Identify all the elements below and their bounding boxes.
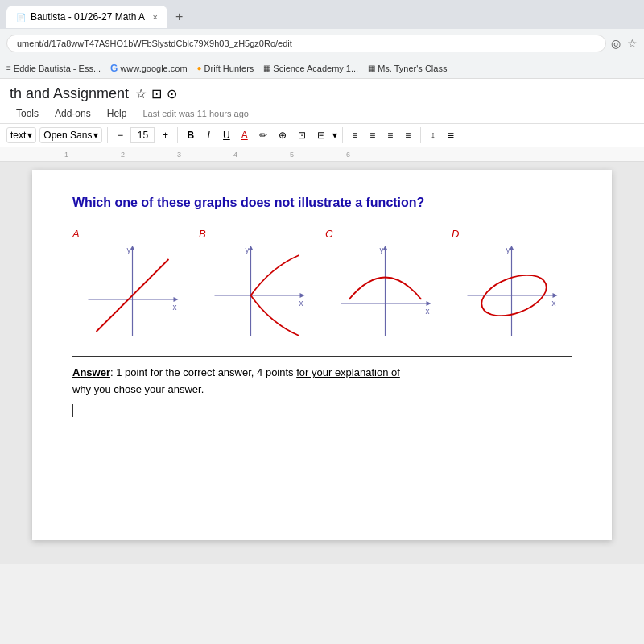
last-edit-text: Last edit was 11 hours ago [142,109,248,118]
star-title-icon[interactable]: ☆ [135,86,147,101]
answer-section: Answer: 1 point for the correct answer, … [72,356,572,418]
eye-icon[interactable]: ◎ [611,37,621,50]
bookmark-icon-3: ▦ [263,64,270,72]
font-color-button[interactable]: A [237,128,252,142]
style-label: text [10,130,26,141]
ruler-marks: · · · · 1 · · · · · 2 · · · · · 3 · · · … [32,151,370,159]
answer-paragraph-2: why you chose your answer. [72,382,572,398]
line-spacing-button[interactable]: ↕ [426,128,440,142]
graph-c: C y x [325,228,445,340]
svg-marker-22 [553,293,558,298]
svg-text:x: x [173,303,177,312]
answer-underline-text-2: why you chose your answer. [72,383,204,395]
svg-marker-10 [300,293,305,298]
bookmark-icon-2: ● [197,64,202,72]
separator-1 [107,127,108,143]
bookmark-drift[interactable]: ● Drift Hunters [197,64,254,73]
align-justify-button[interactable]: ≡ [401,128,415,142]
tab-bar: 📄 Bautista - 01/26-27 Math A × + [0,0,644,29]
svg-text:x: x [299,299,303,308]
font-label: Open Sans [43,130,92,141]
svg-text:y: y [246,246,250,254]
bookmark-google[interactable]: G www.google.com [110,63,188,74]
ruler-mark-4: 4 · · · · · [233,151,258,159]
highlight-icon[interactable]: ✏ [255,128,271,142]
separator-3 [342,127,343,143]
bookmark-icon-1: G [110,63,118,74]
cloud-icon[interactable]: ⊙ [167,86,177,101]
bookmark-label-4: Ms. Tyner's Class [378,64,447,73]
menu-addons[interactable]: Add-ons [48,105,97,122]
bold-button[interactable]: B [183,128,198,142]
bookmark-tyner[interactable]: ▦ Ms. Tyner's Class [368,64,447,73]
new-tab-button[interactable]: + [167,6,191,27]
font-dropdown[interactable]: Open Sans ▾ [39,127,102,143]
bookmark-label-0: Eddie Bautista - Ess... [14,64,101,73]
star-icon[interactable]: ☆ [627,37,638,50]
bookmark-science[interactable]: ▦ Science Academy 1... [263,64,358,73]
address-bar[interactable]: ument/d/17a8wwT47A9HO1bWFbSlystdCblc79X9… [6,35,606,52]
answer-underline-text: for your explanation of [296,366,400,378]
tab-title: Bautista - 01/26-27 Math A [31,11,145,23]
style-chevron: ▾ [27,130,32,141]
bookmark-label-2: Drift Hunters [204,64,254,73]
font-size-plus[interactable]: + [158,128,172,142]
font-size-minus[interactable]: − [113,128,127,142]
graph-a: A y x [72,228,192,340]
style-dropdown[interactable]: text ▾ [6,127,36,143]
image-button-2[interactable]: ⊟ [313,128,329,142]
graph-c-label: C [325,228,332,240]
address-text: ument/d/17a8wwT47A9HO1bWFbSlystdCblc79X9… [17,39,292,48]
browser-controls: ument/d/17a8wwT47A9HO1bWFbSlystdCblc79X9… [0,29,644,58]
svg-text:y: y [380,246,384,254]
image-dropdown[interactable]: ▾ [332,130,337,141]
svg-text:y: y [506,246,510,254]
svg-marker-3 [174,297,179,302]
question-text-start: Which one of these graphs [72,196,241,209]
list-button[interactable]: ≡ [444,127,458,143]
menu-help[interactable]: Help [101,105,134,122]
graph-b: B y x [199,228,319,340]
align-left-button[interactable]: ≡ [348,128,362,142]
bookmarks-bar: ≡ Eddie Bautista - Ess... G www.google.c… [0,58,644,79]
drive-icon[interactable]: ⊡ [151,86,162,101]
graph-d-svg: y x [452,243,572,340]
bookmark-eddie[interactable]: ≡ Eddie Bautista - Ess... [6,64,101,73]
svg-text:y: y [127,246,131,254]
tab-favicon: 📄 [16,13,26,22]
menu-tools[interactable]: Tools [10,105,45,122]
active-tab[interactable]: 📄 Bautista - 01/26-27 Math A × [6,6,167,28]
graphs-container: A y x B [72,228,572,340]
question-container: Which one of these graphs does not illus… [72,194,572,212]
font-size-input[interactable]: 15 [130,127,155,143]
svg-marker-16 [427,301,431,306]
graph-d: D y x [452,228,572,340]
ruler: · · · · 1 · · · · · 2 · · · · · 3 · · · … [0,147,644,162]
graph-b-svg: y x [199,243,319,340]
docs-title-icons: ☆ ⊡ ⊙ [135,86,177,101]
browser-chrome: 📄 Bautista - 01/26-27 Math A × + ument/d… [0,0,644,79]
image-button-1[interactable]: ⊡ [294,128,310,142]
graph-c-svg: y x [325,243,445,340]
bookmark-icon-0: ≡ [6,64,11,72]
separator-2 [177,127,178,143]
underline-button[interactable]: U [219,128,234,142]
ruler-mark-1: · · · · 1 · · · · · [48,151,89,159]
italic-button[interactable]: I [201,128,216,142]
docs-title-bar: th and Assignment ☆ ⊡ ⊙ [0,79,644,104]
tab-close-button[interactable]: × [153,12,158,22]
doc-title[interactable]: th and Assignment [10,85,129,102]
bookmark-icon-4: ▦ [368,64,375,72]
align-center-button[interactable]: ≡ [365,128,380,142]
link-button[interactable]: ⊕ [275,128,291,142]
ruler-mark-3: 3 · · · · · [177,151,201,159]
browser-icons: ◎ ☆ [611,37,638,50]
doc-content: Which one of these graphs does not illus… [0,162,644,564]
answer-paragraph-1: Answer: 1 point for the correct answer, … [72,365,572,382]
svg-text:x: x [426,307,430,316]
ruler-mark-6: 6 · · · · · [346,151,370,159]
align-right-button[interactable]: ≡ [383,128,398,142]
font-chevron: ▾ [93,130,98,141]
answer-text-1: : 1 point for the correct answer, 4 poin… [110,366,296,378]
graph-a-label: A [72,228,80,240]
